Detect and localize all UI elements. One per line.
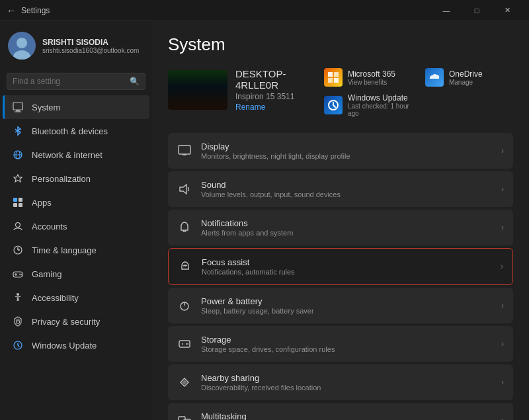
nav-label-personalization: Personalization xyxy=(32,174,91,184)
back-icon[interactable]: ← xyxy=(7,5,16,16)
settings-name-notifications: Notifications xyxy=(201,218,492,228)
settings-item-power[interactable]: Power & battery Sleep, battery usage, ba… xyxy=(168,288,513,323)
device-card: DESKTOP-4RLLE0R Inspiron 15 3511 Rename xyxy=(168,68,313,112)
sidebar-item-personalization[interactable]: Personalization xyxy=(3,167,149,190)
settings-arrow-nearby: › xyxy=(501,378,504,387)
settings-text-focus: Focus assist Notifications, automatic ru… xyxy=(202,257,491,276)
settings-arrow-power: › xyxy=(501,301,504,310)
sidebar-item-bluetooth[interactable]: Bluetooth & devices xyxy=(3,119,149,143)
nav-label-privacy: Privacy & security xyxy=(32,317,100,327)
nav-label-gaming: Gaming xyxy=(32,269,62,279)
settings-name-power: Power & battery xyxy=(201,296,492,306)
device-rename-link[interactable]: Rename xyxy=(235,103,313,112)
nav-label-system: System xyxy=(32,103,60,112)
settings-item-focus[interactable]: Focus assist Notifications, automatic ru… xyxy=(168,248,513,285)
minimize-button[interactable]: — xyxy=(431,0,462,21)
settings-text-power: Power & battery Sleep, battery usage, ba… xyxy=(201,296,492,315)
settings-item-sound[interactable]: Sound Volume levels, output, input, soun… xyxy=(168,171,513,207)
settings-icon-notifications xyxy=(177,220,192,235)
search-box[interactable]: 🔍 xyxy=(7,73,145,90)
svg-rect-26 xyxy=(334,72,339,77)
sidebar-item-gaming[interactable]: Gaming xyxy=(3,262,149,286)
settings-name-nearby: Nearby sharing xyxy=(201,373,492,383)
settings-item-storage[interactable]: Storage Storage space, drives, configura… xyxy=(168,326,513,362)
nav-icon-time xyxy=(12,244,24,256)
svg-rect-23 xyxy=(17,321,20,323)
svg-point-1 xyxy=(17,38,27,48)
quick-action-text-onedrive: OneDrive Manage xyxy=(449,69,483,86)
nav-label-update: Windows Update xyxy=(32,341,97,351)
settings-text-display: Display Monitors, brightness, night ligh… xyxy=(201,142,492,160)
main-layout: SRISHTI SISODIA srishti.sisodia1603@outl… xyxy=(0,21,529,420)
nav-icon-personalization xyxy=(12,173,24,185)
maximize-button[interactable]: □ xyxy=(462,0,492,21)
settings-name-focus: Focus assist xyxy=(202,257,491,267)
settings-item-display[interactable]: Display Monitors, brightness, night ligh… xyxy=(168,133,513,169)
quick-action-sub-onedrive: Manage xyxy=(449,79,483,86)
sidebar-item-accessibility[interactable]: Accessibility xyxy=(3,286,149,310)
sidebar: SRISHTI SISODIA srishti.sisodia1603@outl… xyxy=(0,21,152,420)
nav-label-time: Time & language xyxy=(32,245,97,255)
settings-desc-nearby: Discoverability, received files location xyxy=(201,384,492,392)
onedrive-icon xyxy=(425,68,444,87)
settings-desc-focus: Notifications, automatic rules xyxy=(202,268,491,276)
sidebar-item-time[interactable]: Time & language xyxy=(3,238,149,262)
settings-text-notifications: Notifications Alerts from apps and syste… xyxy=(201,218,492,237)
svg-rect-5 xyxy=(15,112,21,112)
svg-marker-33 xyxy=(180,185,186,194)
settings-icon-power xyxy=(177,298,192,313)
quick-action-onedrive[interactable]: OneDrive Manage xyxy=(425,68,513,87)
title-bar: ← Settings — □ ✕ xyxy=(0,0,529,21)
settings-name-storage: Storage xyxy=(201,335,492,345)
nav-icon-update xyxy=(12,339,24,351)
settings-item-multitasking[interactable]: Multitasking Snap windows, desktops, tas… xyxy=(168,403,513,420)
settings-icon-focus xyxy=(178,259,192,274)
sidebar-item-update[interactable]: Windows Update xyxy=(3,333,149,357)
search-icon: 🔍 xyxy=(130,77,140,86)
sidebar-item-network[interactable]: Network & internet xyxy=(3,143,149,167)
svg-rect-3 xyxy=(13,103,22,110)
sidebar-item-privacy[interactable]: Privacy & security xyxy=(3,310,149,333)
nav-icon-apps xyxy=(12,196,24,208)
device-info: DESKTOP-4RLLE0R Inspiron 15 3511 Rename xyxy=(235,68,313,112)
svg-rect-25 xyxy=(328,72,333,77)
close-button[interactable]: ✕ xyxy=(492,0,522,21)
settings-name-multitasking: Multitasking xyxy=(201,411,492,420)
settings-icon-display xyxy=(177,144,192,158)
settings-item-notifications[interactable]: Notifications Alerts from apps and syste… xyxy=(168,210,513,245)
top-info: DESKTOP-4RLLE0R Inspiron 15 3511 Rename … xyxy=(168,68,513,117)
quick-action-text-ms365: Microsoft 365 View benefits xyxy=(348,69,395,86)
device-name: DESKTOP-4RLLE0R xyxy=(235,68,313,91)
nav-label-network: Network & internet xyxy=(32,150,102,160)
search-input[interactable] xyxy=(13,77,126,86)
settings-text-multitasking: Multitasking Snap windows, desktops, tas… xyxy=(201,411,492,420)
nav-icon-gaming xyxy=(12,268,24,280)
settings-desc-power: Sleep, battery usage, battery saver xyxy=(201,307,492,315)
quick-action-winupdate[interactable]: Windows Update Last checked: 1 hour ago xyxy=(324,93,412,117)
settings-icon-multitasking xyxy=(177,413,192,420)
page-title: System xyxy=(168,34,513,55)
quick-action-ms365[interactable]: Microsoft 365 View benefits xyxy=(324,68,412,87)
svg-point-21 xyxy=(20,274,22,276)
device-thumbnail xyxy=(168,70,227,110)
user-section[interactable]: SRISHTI SISODIA srishti.sisodia1603@outl… xyxy=(0,21,152,70)
settings-item-nearby[interactable]: Nearby sharing Discoverability, received… xyxy=(168,364,513,400)
quick-action-name-onedrive: OneDrive xyxy=(449,69,483,79)
sidebar-item-apps[interactable]: Apps xyxy=(3,190,149,214)
nav-label-bluetooth: Bluetooth & devices xyxy=(32,126,108,136)
nav-label-accessibility: Accessibility xyxy=(32,293,79,303)
settings-arrow-focus: › xyxy=(501,262,503,271)
device-model: Inspiron 15 3511 xyxy=(235,92,313,101)
settings-icon-sound xyxy=(177,182,192,196)
settings-arrow-sound: › xyxy=(501,185,504,194)
nav-icon-bluetooth xyxy=(12,125,24,137)
svg-point-20 xyxy=(19,274,20,275)
title-bar-text: Settings xyxy=(21,6,50,15)
sidebar-item-accounts[interactable]: Accounts xyxy=(3,214,149,238)
settings-text-storage: Storage Storage space, drives, configura… xyxy=(201,335,492,353)
ms365-icon xyxy=(324,68,343,87)
settings-name-display: Display xyxy=(201,142,492,151)
svg-rect-27 xyxy=(328,78,333,83)
nav-label-apps: Apps xyxy=(32,198,52,208)
sidebar-item-system[interactable]: System xyxy=(3,95,149,119)
